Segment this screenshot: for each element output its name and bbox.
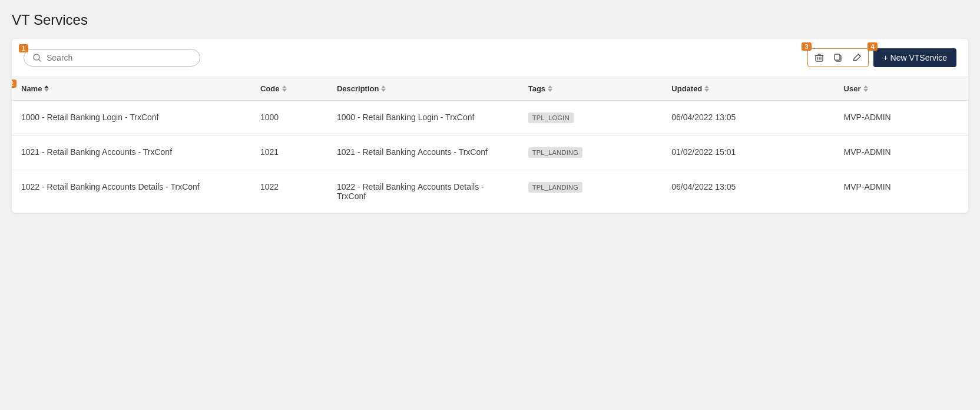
cell-description: 1021 - Retail Banking Accounts - TrxConf [327,135,519,170]
toolbar: 1 3 [12,39,968,77]
search-icon [32,53,42,62]
cell-user: MVP-ADMIN [835,135,968,170]
cell-name: 1022 - Retail Banking Accounts Details -… [12,170,251,213]
svg-line-1 [39,59,41,62]
svg-rect-8 [835,54,840,60]
table-header-row: Name Code [12,77,968,101]
edit-icon [852,52,862,63]
cell-updated: 01/02/2022 15:01 [662,135,834,170]
annotation-badge-3: 3 [802,42,811,51]
col-header-user[interactable]: User [835,77,968,101]
page-title: VT Services [12,12,968,28]
col-header-description[interactable]: Description [327,77,519,101]
sort-updated-icon [704,85,709,92]
table-row: 1022 - Retail Banking Accounts Details -… [12,170,968,213]
cell-tags: TPL_LANDING [519,170,663,213]
cell-user: MVP-ADMIN [835,170,968,213]
tag-badge: TPL_LANDING [528,147,583,158]
copy-button[interactable] [832,51,845,64]
search-box [24,49,200,67]
cell-tags: TPL_LOGIN [519,101,663,135]
data-table: Name Code [12,77,968,213]
annotation-badge-1: 1 [19,44,28,52]
toolbar-right: 3 [807,48,956,67]
search-input[interactable] [47,53,191,62]
col-header-tags[interactable]: Tags [519,77,663,101]
annotation-badge-4: 4 [868,42,877,51]
sort-user-icon [863,85,868,92]
cell-code: 1021 [251,135,327,170]
main-card: 1 3 [12,39,968,213]
cell-code: 1000 [251,101,327,135]
delete-icon [814,52,825,63]
cell-description: 1000 - Retail Banking Login - TrxConf [327,101,519,135]
cell-name: 1000 - Retail Banking Login - TrxConf [12,101,251,135]
cell-description: 1022 - Retail Banking Accounts Details -… [327,170,519,213]
cell-name: 1021 - Retail Banking Accounts - TrxConf [12,135,251,170]
sort-name-icon [44,85,49,92]
new-vtservice-button[interactable]: + New VTService [873,48,956,67]
cell-code: 1022 [251,170,327,213]
col-header-updated[interactable]: Updated [662,77,834,101]
cell-updated: 06/04/2022 13:05 [662,170,834,213]
edit-button[interactable] [850,51,863,64]
sort-description-icon [381,85,386,92]
cell-user: MVP-ADMIN [835,101,968,135]
copy-icon [833,52,843,63]
cell-updated: 06/04/2022 13:05 [662,101,834,135]
col-header-name[interactable]: Name [12,77,251,101]
tag-badge: TPL_LANDING [528,182,583,193]
cell-tags: TPL_LANDING [519,135,663,170]
page-container: VT Services 1 [0,0,980,410]
tag-badge: TPL_LOGIN [528,113,574,123]
icon-action-group [807,48,869,67]
annotation-badge-2: 2 [12,80,16,88]
col-header-code[interactable]: Code [251,77,327,101]
table-row: 1021 - Retail Banking Accounts - TrxConf… [12,135,968,170]
sort-code-icon [282,85,287,92]
delete-button[interactable] [813,51,826,64]
table-row: 1000 - Retail Banking Login - TrxConf100… [12,101,968,135]
sort-tags-icon [548,85,552,92]
